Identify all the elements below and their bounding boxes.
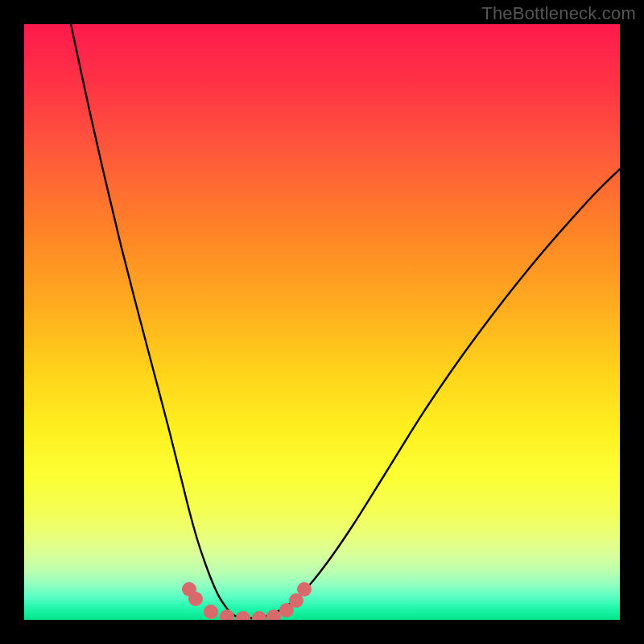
marker-group xyxy=(182,582,312,620)
watermark-text: TheBottleneck.com xyxy=(481,3,636,24)
curve-path xyxy=(71,24,620,618)
plot-area xyxy=(24,24,620,620)
marker-dot xyxy=(220,609,234,620)
marker-dot xyxy=(188,592,203,606)
marker-dot xyxy=(297,582,312,597)
marker-dot xyxy=(252,611,266,620)
curve-layer xyxy=(24,24,620,620)
chart-frame: TheBottleneck.com xyxy=(0,0,644,644)
marker-dot xyxy=(236,611,250,620)
marker-dot xyxy=(204,605,218,619)
